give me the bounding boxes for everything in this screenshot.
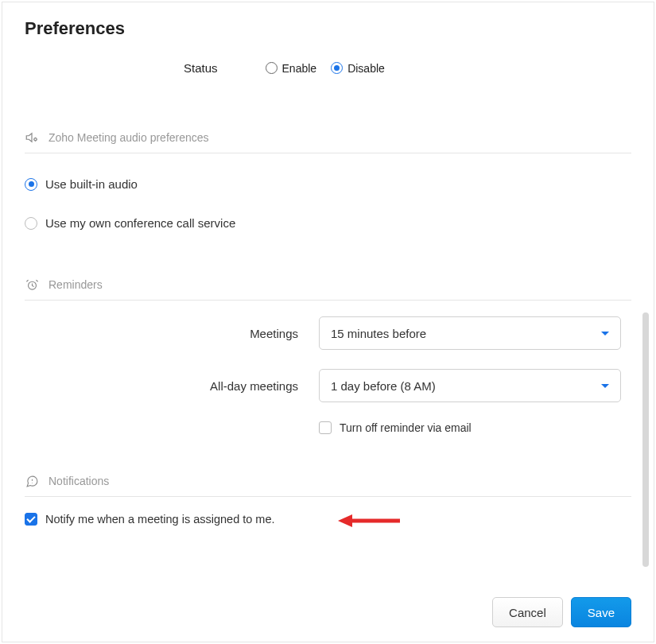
turnoff-email-label: Turn off reminder via email: [340, 421, 472, 434]
reminders-section-header: Reminders: [25, 277, 631, 301]
annotation-arrow-icon: [338, 513, 402, 529]
save-button-label: Save: [588, 606, 615, 619]
meetings-label: Meetings: [25, 327, 319, 340]
allday-reminder-row: All-day meetings 1 day before (8 AM): [25, 369, 631, 402]
reminders-section-title: Reminders: [49, 278, 103, 291]
status-label: Status: [184, 61, 218, 75]
speech-bubble-icon: [25, 474, 39, 488]
status-row: Status Enable Disable: [25, 61, 631, 75]
footer-buttons: Cancel Save: [492, 597, 631, 627]
turnoff-email-row: Turn off reminder via email: [25, 421, 631, 434]
audio-section-header: Zoho Meeting audio preferences: [25, 130, 631, 153]
audio-own-radio[interactable]: Use my own conference call service: [25, 208, 631, 238]
allday-reminder-value: 1 day before (8 AM): [331, 379, 436, 393]
meetings-reminder-dropdown[interactable]: 15 minutes before: [319, 316, 621, 350]
allday-label: All-day meetings: [25, 379, 319, 393]
radio-icon: [25, 178, 37, 191]
notify-assigned-checkbox[interactable]: [25, 513, 37, 526]
meetings-reminder-value: 15 minutes before: [331, 327, 426, 340]
svg-marker-3: [338, 514, 352, 527]
audio-builtin-label: Use built-in audio: [45, 177, 138, 191]
cancel-button[interactable]: Cancel: [492, 597, 563, 627]
status-disable-radio[interactable]: Disable: [331, 62, 385, 75]
notify-assigned-label: Notify me when a meeting is assigned to …: [45, 513, 275, 526]
notify-assigned-row: Notify me when a meeting is assigned to …: [25, 513, 631, 526]
radio-icon: [25, 217, 37, 230]
meetings-reminder-row: Meetings 15 minutes before: [25, 316, 631, 350]
cancel-button-label: Cancel: [509, 606, 546, 619]
status-radio-group: Enable Disable: [266, 62, 385, 75]
audio-section-title: Zoho Meeting audio preferences: [49, 131, 209, 144]
save-button[interactable]: Save: [571, 597, 631, 627]
status-disable-label: Disable: [347, 62, 385, 75]
turnoff-email-checkbox[interactable]: [319, 421, 332, 434]
chevron-down-icon: [601, 332, 609, 336]
svg-point-0: [34, 138, 37, 141]
status-enable-label: Enable: [282, 62, 317, 75]
audio-options: Use built-in audio Use my own conference…: [25, 169, 631, 238]
chevron-down-icon: [601, 384, 609, 388]
reminders-section: Meetings 15 minutes before All-day meeti…: [25, 316, 631, 434]
notifications-section-title: Notifications: [49, 475, 109, 487]
audio-builtin-radio[interactable]: Use built-in audio: [25, 169, 631, 199]
radio-icon: [266, 62, 278, 74]
audio-own-label: Use my own conference call service: [45, 216, 235, 230]
preferences-panel: Preferences Status Enable Disable Zoho M…: [2, 2, 654, 642]
allday-reminder-dropdown[interactable]: 1 day before (8 AM): [319, 369, 621, 402]
notifications-section: Notify me when a meeting is assigned to …: [25, 513, 631, 526]
speaker-settings-icon: [25, 130, 39, 145]
radio-icon: [331, 62, 343, 74]
page-title: Preferences: [25, 18, 631, 39]
scrollbar[interactable]: [642, 312, 649, 567]
status-enable-radio[interactable]: Enable: [266, 62, 317, 75]
alarm-clock-icon: [25, 277, 39, 292]
notifications-section-header: Notifications: [25, 474, 631, 497]
